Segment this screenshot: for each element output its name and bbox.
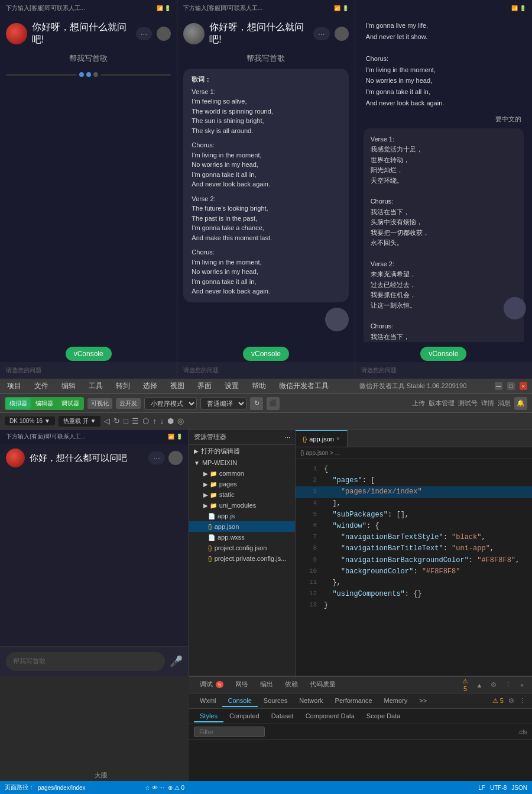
dev-icon-7[interactable]: ↓ (160, 417, 164, 425)
menu-goto[interactable]: 转到 (113, 380, 132, 392)
fm-project-config[interactable]: {} project.config.json (189, 543, 295, 553)
win-controls[interactable]: — □ × (495, 382, 527, 390)
mode-select[interactable]: 小程序模式 (144, 397, 197, 410)
dev-icon-9[interactable]: ◎ (177, 417, 184, 425)
dev-icon-2[interactable]: ↻ (113, 417, 120, 425)
fm-open-editors[interactable]: ▶ 打开的编辑器 (189, 445, 295, 457)
page-path-value: pages/index/index (38, 785, 86, 791)
preview-controls[interactable]: ··· (148, 451, 183, 465)
devtools-settings-btn[interactable]: ⚙ (488, 680, 499, 690)
fm-appjson[interactable]: {} app.json (189, 521, 295, 532)
menu-interface[interactable]: 界面 (195, 380, 214, 392)
mic-button-2[interactable] (335, 27, 349, 41)
win-minimize[interactable]: — (495, 382, 502, 390)
dots-button-1[interactable]: ··· (136, 27, 153, 40)
style-tab-computed[interactable]: Computed (223, 711, 265, 722)
menu-edit[interactable]: 编辑 (59, 380, 78, 392)
code-content[interactable]: 1 { 2 "pages": [ 3 "pages/index/index" 4 (296, 459, 532, 676)
style-tab-component-data[interactable]: Component Data (300, 711, 361, 722)
chat-controls-1[interactable]: ··· (136, 27, 171, 41)
devtools-tab-network[interactable]: 网络 (229, 677, 254, 692)
preview-mic-icon[interactable]: 🎤 (170, 655, 183, 668)
dev-icon-5[interactable]: ⬡ (142, 417, 149, 425)
style-tab-scope-data[interactable]: Scope Data (361, 711, 406, 722)
devtools-up-btn[interactable]: ▲ (474, 680, 485, 690)
btn-visual[interactable]: 可视化 (87, 398, 112, 409)
fm-mp-weixin[interactable]: ▼ MP-WEIXIN (189, 457, 295, 468)
fm-common[interactable]: ▶ 📁 common (189, 468, 295, 479)
fm-static[interactable]: ▶ 📁 static (189, 489, 295, 500)
stop-btn[interactable]: ⬛ (267, 397, 280, 410)
mic-button-1[interactable] (157, 27, 171, 41)
inspector-settings-btn[interactable]: ⚙ (506, 696, 517, 706)
circle-overlay-3 (504, 297, 526, 319)
menu-view[interactable]: 视图 (168, 380, 187, 392)
fm-pages[interactable]: ▶ 📁 pages (189, 479, 295, 489)
style-tab-styles[interactable]: Styles (194, 711, 223, 722)
devtools-tab-output[interactable]: 编出 (254, 677, 279, 692)
dev-icon-1[interactable]: ◁ (104, 417, 110, 425)
preview-mic-btn[interactable] (168, 451, 183, 465)
preview-input-field[interactable]: 帮我写首歌 (6, 652, 165, 671)
fm-appwxss[interactable]: 📄 app.wxss (189, 532, 295, 543)
close-tab-icon[interactable]: × (336, 435, 340, 442)
fm-project-private[interactable]: {} project.private.config.js... (189, 553, 295, 564)
inspector-tab-sources[interactable]: Sources (258, 695, 293, 707)
btn-simulator[interactable]: 模拟器 (6, 398, 31, 409)
inspector-tab-console[interactable]: Console (222, 695, 258, 707)
bell-btn[interactable]: 🔔 (514, 397, 527, 410)
fm-label-mp: MP-WEIXIN (202, 459, 237, 466)
compile-btn[interactable]: ↻ (250, 397, 263, 410)
btn-editor[interactable]: 编辑器 (32, 398, 57, 409)
menu-wechat-tools[interactable]: 微信开发者工具 (277, 380, 331, 392)
preview-dots-btn[interactable]: ··· (148, 451, 165, 464)
chat-controls-2[interactable]: ··· (313, 27, 349, 41)
lyrics-bubble: 歌词： Verse 1: I'm feeling so alive, The w… (183, 69, 348, 302)
da-yan-label: 大眼 (95, 771, 108, 780)
inspector-tab-memory[interactable]: Memory (378, 695, 414, 707)
vconsole-btn-3[interactable]: vConsole (420, 347, 466, 361)
menu-help[interactable]: 帮助 (249, 380, 268, 392)
inspector-tab-more[interactable]: >> (413, 695, 433, 707)
fm-uni-modules[interactable]: ▶ 📁 uni_modules (189, 500, 295, 511)
devtools-warning-btn[interactable]: ⚠ 5 (460, 680, 471, 690)
fm-title: 资源管理器 (194, 432, 226, 441)
code-editor: {} app.json × {} app.json > ... 1 { 2 "p… (296, 430, 532, 676)
menu-file[interactable]: 文件 (32, 380, 51, 392)
menu-tools[interactable]: 工具 (86, 380, 105, 392)
vconsole-btn-1[interactable]: vConsole (66, 347, 112, 361)
menu-project[interactable]: 项目 (5, 380, 24, 392)
devtools-more-btn[interactable]: ⋮ (502, 680, 513, 690)
vconsole-btn-2[interactable]: vConsole (243, 347, 289, 361)
dev-icon-6[interactable]: ↑ (153, 417, 157, 425)
devtools-tab-quality[interactable]: 代码质量 (304, 677, 342, 692)
fm-menu-icon[interactable]: ··· (285, 434, 290, 441)
file-icon-projprivate: {} (208, 556, 212, 562)
btn-cloud[interactable]: 云开发 (116, 398, 141, 409)
fm-appjs[interactable]: 📄 app.js (189, 511, 295, 521)
devtools-tab-deps[interactable]: 依赖 (279, 677, 304, 692)
fm-label-pages: pages (219, 480, 237, 488)
filter-input[interactable] (194, 727, 265, 737)
breadcrumb: {} app.json > ... (300, 450, 340, 456)
inspector-more-btn[interactable]: ⋮ (517, 696, 527, 706)
btn-debugger[interactable]: 调试器 (58, 398, 83, 409)
inspector-tab-performance[interactable]: Performance (329, 695, 378, 707)
menu-settings[interactable]: 设置 (222, 380, 241, 392)
devtools-tab-debug[interactable]: 调试 5 (194, 677, 229, 692)
dev-icon-4[interactable]: ☰ (132, 417, 139, 425)
dev-icon-8[interactable]: ⬢ (167, 417, 174, 425)
devtools-close-btn[interactable]: × (517, 680, 527, 690)
style-tab-dataset[interactable]: Dataset (265, 711, 300, 722)
menu-select[interactable]: 选择 (141, 380, 160, 392)
win-maximize[interactable]: □ (507, 382, 515, 390)
avatar-2 (183, 23, 205, 44)
preview-avatar (6, 448, 25, 467)
inspector-tab-network[interactable]: Network (293, 695, 329, 707)
win-close[interactable]: × (520, 382, 527, 390)
inspector-tab-wxml[interactable]: Wxml (194, 695, 222, 707)
dots-button-2[interactable]: ··· (313, 27, 330, 40)
compile-select[interactable]: 普通编译 (200, 397, 246, 410)
tab-appjson[interactable]: {} app.json × (296, 430, 348, 447)
dev-icon-3[interactable]: □ (124, 417, 128, 425)
